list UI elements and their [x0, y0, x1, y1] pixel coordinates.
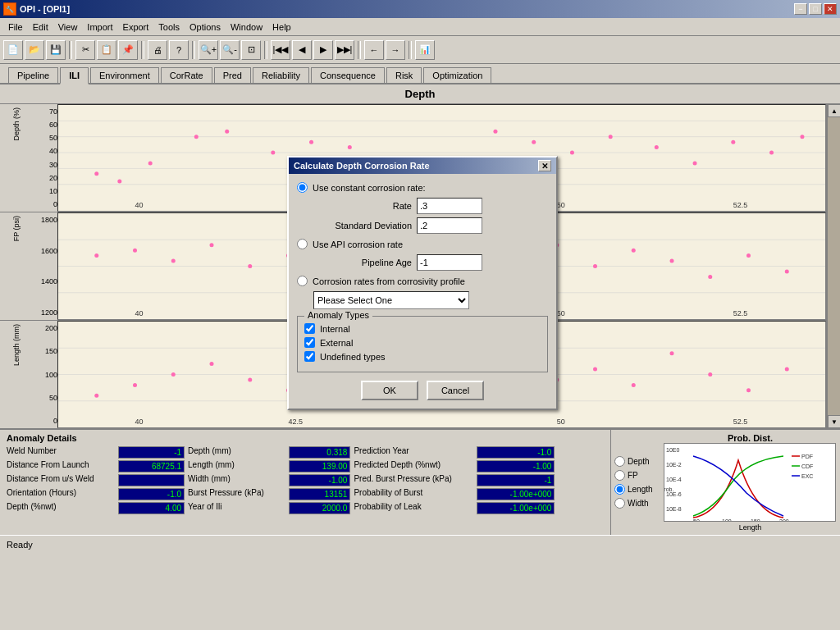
svg-point-34	[171, 259, 176, 263]
cancel-button[interactable]: Cancel	[427, 381, 484, 400]
status-bar: Ready	[0, 535, 840, 553]
scroll-track[interactable]	[828, 117, 840, 415]
tab-reliability[interactable]: Reliability	[253, 67, 309, 83]
menu-file[interactable]: File	[3, 21, 28, 34]
menu-tools[interactable]: Tools	[153, 21, 185, 34]
corrosivity-option[interactable]: Corrosion rates from corrosivity profile	[297, 276, 548, 286]
api-rate-label[interactable]: Use API corrosion rate	[313, 240, 403, 249]
svg-point-21	[693, 161, 697, 165]
svg-text:CDF: CDF	[801, 463, 813, 469]
internal-label[interactable]: Internal	[320, 324, 350, 334]
external-checkbox-row[interactable]: External	[304, 337, 541, 348]
y-tick-50: 50	[33, 394, 57, 402]
graph-button[interactable]: 📊	[415, 40, 435, 60]
y-tick-10: 10	[33, 187, 57, 195]
paste-button[interactable]: 📌	[118, 40, 138, 60]
tab-pipeline[interactable]: Pipeline	[8, 67, 58, 83]
menu-help[interactable]: Help	[267, 21, 296, 34]
open-button[interactable]: 📂	[25, 40, 44, 60]
zoom-fit-button[interactable]: ⊡	[241, 40, 261, 60]
menu-window[interactable]: Window	[226, 21, 267, 34]
value-pred-depth: -1.00	[477, 460, 555, 472]
svg-point-58	[94, 394, 98, 398]
separator-5	[358, 41, 361, 59]
corrosivity-label[interactable]: Corrosion rates from corrosivity profile	[313, 276, 465, 286]
label-burst-pressure: Burst Pressure (kPa)	[188, 488, 285, 500]
radio-width[interactable]: Width	[614, 498, 664, 509]
svg-point-60	[171, 372, 176, 377]
internal-checkbox[interactable]	[304, 323, 315, 334]
menu-export[interactable]: Export	[118, 21, 154, 34]
dialog-close-button[interactable]: ✕	[538, 160, 551, 171]
constant-rate-radio[interactable]	[297, 182, 308, 193]
nav-last[interactable]: ▶▶|	[335, 40, 354, 60]
nav-right[interactable]: →	[386, 40, 405, 60]
value-width-mm: -1.00	[289, 474, 351, 486]
dialog-title-text: Calculate Depth Corrosion Rate	[294, 161, 430, 171]
chart-title: Depth	[0, 84, 840, 104]
separator-6	[409, 41, 412, 59]
tab-risk[interactable]: Risk	[386, 67, 422, 83]
pipeline-age-input[interactable]	[417, 254, 482, 271]
label-prediction-year: Prediction Year	[354, 446, 472, 459]
y-tick-20: 20	[33, 174, 57, 182]
tab-ili[interactable]: ILI	[60, 67, 89, 84]
menu-edit[interactable]: Edit	[28, 21, 53, 34]
svg-text:50: 50	[557, 418, 565, 426]
nav-prev[interactable]: ◀	[292, 40, 312, 60]
corrosivity-radio[interactable]	[297, 276, 308, 286]
prob-x-label: Length	[664, 523, 837, 532]
tab-consequence[interactable]: Consequence	[311, 67, 385, 83]
radio-fp[interactable]: FP	[614, 470, 664, 481]
svg-point-24	[800, 135, 804, 139]
api-rate-radio[interactable]	[297, 239, 308, 249]
menu-options[interactable]: Options	[185, 21, 226, 34]
nav-first[interactable]: |◀◀	[271, 40, 290, 60]
undefined-checkbox-row[interactable]: Undefined types	[304, 351, 541, 362]
menu-import[interactable]: Import	[82, 21, 117, 34]
rate-input[interactable]	[417, 198, 482, 214]
maximize-button[interactable]: □	[809, 3, 822, 15]
calculate-dialog[interactable]: Calculate Depth Corrosion Rate ✕ Use con…	[287, 156, 558, 410]
nav-next[interactable]: ▶	[313, 40, 333, 60]
svg-point-45	[593, 264, 597, 268]
constant-rate-label[interactable]: Use constant corrosion rate:	[313, 183, 426, 193]
svg-text:10E-8: 10E-8	[666, 506, 682, 512]
print-button[interactable]: 🖨	[148, 40, 167, 60]
main-scrollbar[interactable]: ▲ ▼	[827, 104, 840, 428]
minimize-button[interactable]: −	[794, 3, 807, 15]
new-button[interactable]: 📄	[3, 40, 23, 60]
dialog-body: Use constant corrosion rate: Rate Standa…	[289, 174, 556, 409]
menu-view[interactable]: View	[53, 21, 83, 34]
corrosivity-dropdown[interactable]: Please Select One	[313, 291, 469, 309]
cut-button[interactable]: ✂	[75, 40, 95, 60]
title-bar: 🔧 OPI - [OPI1] − □ ✕	[0, 0, 840, 18]
toolbar: 📄 📂 💾 ✂ 📋 📌 🖨 ? 🔍+ 🔍- ⊡ |◀◀ ◀ ▶ ▶▶| ← → …	[0, 36, 840, 64]
nav-left[interactable]: ←	[364, 40, 384, 60]
radio-depth[interactable]: Depth	[614, 456, 664, 467]
svg-point-74	[708, 372, 712, 377]
api-rate-option[interactable]: Use API corrosion rate	[297, 239, 548, 249]
help-button[interactable]: ?	[169, 40, 189, 60]
undefined-label[interactable]: Undefined types	[320, 352, 386, 362]
std-dev-input[interactable]	[417, 217, 482, 234]
zoom-out-button[interactable]: 🔍-	[220, 40, 240, 60]
undefined-checkbox[interactable]	[304, 351, 315, 362]
save-button[interactable]: 💾	[46, 40, 66, 60]
scroll-up-button[interactable]: ▲	[828, 104, 840, 117]
constant-rate-option[interactable]: Use constant corrosion rate:	[297, 182, 548, 193]
external-checkbox[interactable]	[304, 337, 315, 348]
tab-optimization[interactable]: Optimization	[423, 67, 491, 83]
ok-button[interactable]: OK	[361, 381, 418, 400]
scroll-down-button[interactable]: ▼	[828, 415, 840, 428]
svg-point-47	[670, 259, 674, 263]
close-button[interactable]: ✕	[824, 3, 837, 15]
tab-pred[interactable]: Pred	[214, 67, 251, 83]
radio-length[interactable]: Length	[614, 484, 664, 495]
internal-checkbox-row[interactable]: Internal	[304, 323, 541, 334]
tab-corrrate[interactable]: CorRate	[161, 67, 212, 83]
external-label[interactable]: External	[320, 338, 353, 348]
tab-environment[interactable]: Environment	[90, 67, 159, 83]
zoom-in-button[interactable]: 🔍+	[199, 40, 218, 60]
copy-button[interactable]: 📋	[97, 40, 116, 60]
